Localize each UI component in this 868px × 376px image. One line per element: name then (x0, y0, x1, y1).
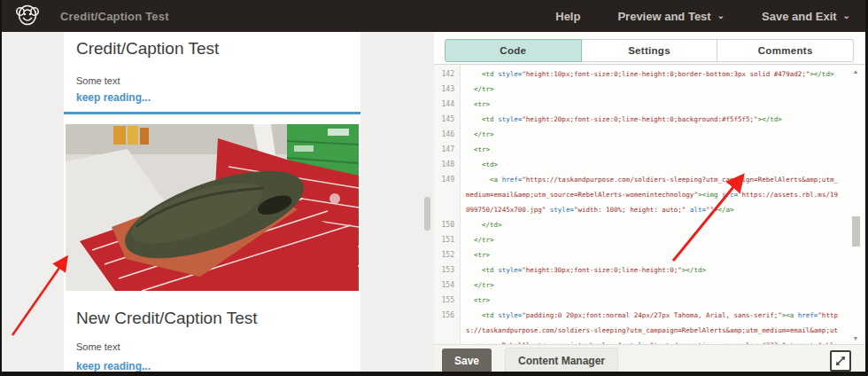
save-and-exit-menu[interactable]: Save and Exit ⌄ (762, 10, 850, 23)
line-number: 145 (434, 112, 460, 127)
line-number: 153 (434, 262, 460, 278)
code-line-content: <tr> (460, 97, 841, 112)
code-line-content: <tr> (460, 142, 841, 157)
post-title: New Credit/Caption Test (76, 309, 258, 328)
section-divider (64, 112, 360, 114)
line-number: 143 (434, 82, 460, 97)
code-line-content: </tr> (460, 278, 841, 293)
line-number: 142 (434, 67, 460, 82)
code-line-content: <td style="height:30px;font-size:0;line-… (460, 262, 841, 278)
code-line: 150 </td> (434, 217, 841, 232)
line-number: 149 (434, 172, 460, 217)
email-photo[interactable] (66, 124, 359, 291)
post-title: Credit/Caption Test (76, 39, 219, 59)
code-line-content: <tr> (460, 247, 841, 262)
code-editor[interactable]: 142 <td style="height:10px;font-size:0;l… (434, 64, 865, 345)
line-number: 156 (434, 308, 460, 345)
code-line: 154 </tr> (434, 278, 841, 293)
code-line: 144 <tr> (434, 97, 841, 112)
preview-and-test-menu[interactable]: Preview and Test ⌄ (617, 10, 725, 23)
resize-diagonal-icon (834, 355, 847, 367)
code-line-content: <td style="height:20px;font-size:0;line-… (460, 112, 841, 127)
code-line: 155 <tr> (434, 293, 841, 308)
scroll-down-icon[interactable]: ▼ (850, 334, 861, 343)
help-link[interactable]: Help (555, 10, 580, 23)
line-number: 152 (434, 247, 460, 262)
line-number: 155 (434, 293, 460, 308)
chevron-down-icon: ⌄ (717, 11, 725, 20)
line-number: 151 (434, 232, 460, 247)
code-line-content: </td> (460, 217, 841, 232)
tab-code[interactable]: Code (445, 39, 582, 62)
mailchimp-freddie-logo-icon[interactable] (14, 4, 41, 28)
line-number: 144 (434, 97, 460, 112)
code-line: 151 </tr> (434, 232, 841, 247)
page-title: Credit/Caption Test (60, 10, 169, 23)
code-line-content: <a href="https://taskandpurpose.com/sold… (460, 172, 841, 217)
content-manager-button[interactable]: Content Manager (505, 348, 618, 374)
line-number: 154 (434, 278, 460, 293)
expand-editor-button[interactable] (830, 350, 851, 372)
line-number: 147 (434, 142, 460, 157)
tab-settings[interactable]: Settings (582, 39, 718, 62)
editor-tabs: Code Settings Comments (445, 39, 854, 62)
app-header: Credit/Caption Test Help Preview and Tes… (0, 0, 868, 32)
code-line: 152 <tr> (434, 247, 841, 262)
preview-scrollbar-thumb[interactable] (424, 197, 430, 231)
code-line-content: </tr> (460, 82, 841, 97)
keep-reading-link[interactable]: keep reading... (76, 91, 151, 104)
preview-and-test-label: Preview and Test (617, 10, 710, 23)
save-and-exit-label: Save and Exit (762, 10, 837, 23)
code-line: 146 </tr> (434, 127, 841, 142)
post-body: Some text (76, 75, 120, 86)
line-number: 148 (434, 157, 460, 172)
code-editor-lines: 142 <td style="height:10px;font-size:0;l… (434, 67, 841, 345)
window-frame-bottom (0, 372, 868, 376)
code-line: 147 <tr> (434, 142, 841, 157)
code-line-content: <td> (460, 157, 841, 172)
keep-reading-link[interactable]: keep reading... (76, 360, 151, 372)
code-panel: Code Settings Comments 142 <td style="he… (434, 32, 865, 376)
window-frame-left (0, 0, 2, 376)
code-line: 142 <td style="height:10px;font-size:0;l… (434, 67, 841, 82)
code-line: 153 <td style="height:30px;font-size:0;l… (434, 262, 841, 278)
email-preview-card[interactable]: Credit/Caption Test Some text keep readi… (64, 32, 360, 376)
code-line-content: <td style="padding:0 20px;font:normal 24… (460, 308, 841, 345)
code-scrollbar-thumb[interactable] (852, 216, 860, 247)
code-line-content: </tr> (460, 232, 841, 247)
code-line: 149 <a href="https://taskandpurpose.com/… (434, 172, 841, 217)
tab-comments[interactable]: Comments (717, 39, 854, 62)
code-line: 156 <td style="padding:0 20px;font:norma… (434, 308, 841, 345)
line-number: 150 (434, 217, 460, 232)
code-line: 145 <td style="height:20px;font-size:0;l… (434, 112, 841, 127)
code-line-content: <td style="height:10px;font-size:0;line-… (460, 67, 841, 82)
line-number: 146 (434, 127, 460, 142)
email-preview-panel: Credit/Caption Test Some text keep readi… (2, 32, 434, 376)
code-line-content: </tr> (460, 127, 841, 142)
save-button[interactable]: Save (442, 349, 492, 373)
post-body: Some text (76, 341, 120, 352)
code-line: 148 <td> (434, 157, 841, 172)
chevron-down-icon: ⌄ (843, 11, 850, 20)
code-line-content: <tr> (460, 293, 841, 308)
scroll-up-icon[interactable]: ▲ (850, 67, 861, 76)
header-nav: Help Preview and Test ⌄ Save and Exit ⌄ (555, 10, 868, 23)
help-label: Help (555, 10, 580, 23)
code-line: 143 </tr> (434, 82, 841, 97)
